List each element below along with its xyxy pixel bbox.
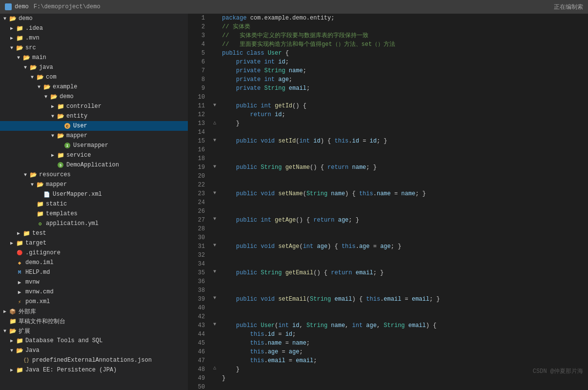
tree-icon-folder-open: 📂: [50, 93, 58, 101]
sidebar-item-com[interactable]: ▼📂com: [0, 72, 188, 82]
code-line: [222, 154, 583, 163]
sidebar-item-resources[interactable]: ▼📂resources: [0, 170, 188, 180]
tree-label: mapper: [46, 181, 188, 188]
sidebar-item-demo-root[interactable]: ▼📂demo: [0, 14, 188, 23]
fold-button: [210, 259, 220, 267]
main-layout: ▼📂demo▶📁.idea▶📁.mvn▼📂src▼📂main▼📂java▼📂co…: [0, 14, 588, 390]
tree-icon-folder: 📁: [36, 210, 44, 218]
sidebar-item-scratch[interactable]: 📁草稿文件和控制台: [0, 316, 188, 326]
line-number: 4: [188, 40, 210, 49]
fold-button[interactable]: ▼: [210, 189, 220, 198]
line-number: 28: [188, 225, 210, 233]
code-content[interactable]: package com.example.demo.entity;// 实体类//…: [220, 14, 588, 390]
fold-button[interactable]: ▼: [210, 101, 220, 110]
tree-icon-interface: I: [63, 142, 71, 149]
code-line: this.email = email;: [222, 356, 583, 365]
tree-label: demo: [19, 15, 188, 22]
fold-button: [210, 372, 220, 381]
sidebar-item-idea[interactable]: ▶📁.idea: [0, 23, 188, 33]
sidebar-item-target[interactable]: ▶📁target: [0, 238, 188, 248]
tree-arrow: ▶: [8, 35, 16, 41]
fold-button: [210, 355, 220, 364]
sidebar-item-java[interactable]: ▼📂java: [0, 62, 188, 72]
line-number: 10: [188, 93, 210, 102]
sidebar-item-mapper-res[interactable]: ▼📂mapper: [0, 180, 188, 189]
sidebar-item-pom-xml[interactable]: ⚡pom.xml: [0, 297, 188, 307]
sidebar-item-test[interactable]: ▶📁test: [0, 228, 188, 238]
code-line: [222, 304, 583, 312]
code-line: [222, 286, 583, 295]
sidebar-item-controller[interactable]: ▶📁controller: [0, 102, 188, 111]
sidebar-item-mvnw[interactable]: ▶mvnw: [0, 277, 188, 287]
fold-button[interactable]: ▼: [210, 241, 220, 250]
tree-icon-folder: 📁: [16, 337, 23, 345]
sidebar-item-src[interactable]: ▼📂src: [0, 43, 188, 53]
sidebar-item-gitignore[interactable]: 🔴.gitignore: [0, 248, 188, 258]
tree-label: templates: [46, 210, 188, 217]
fold-button[interactable]: △: [210, 119, 220, 127]
sidebar-item-help-md[interactable]: MHELP.md: [0, 267, 188, 277]
tree-icon-folder: 📁: [16, 24, 23, 32]
fold-button: [210, 337, 220, 346]
sidebar-item-demo-pkg[interactable]: ▼📂demo: [0, 92, 188, 102]
sidebar-item-application-yml[interactable]: ⚙application.yml: [0, 219, 188, 228]
sidebar-item-example[interactable]: ▼📂example: [0, 82, 188, 92]
fold-button: [210, 127, 220, 136]
code-line: public void setName(String name) { this.…: [222, 189, 583, 198]
sidebar-item-user[interactable]: CUser: [0, 121, 188, 131]
tree-arrow: ▼: [35, 84, 43, 90]
tree-label: .gitignore: [25, 249, 188, 256]
tree-icon-folder: 📁: [57, 151, 64, 159]
line-number: 18: [188, 154, 210, 163]
line-number: 9: [188, 84, 210, 93]
fold-button: [210, 75, 220, 83]
fold-button[interactable]: ▼: [210, 215, 220, 224]
sidebar-item-main[interactable]: ▼📂main: [0, 53, 188, 62]
fold-button[interactable]: △: [210, 364, 220, 372]
tree-label: User: [73, 123, 188, 129]
sidebar-item-predefined[interactable]: {}predefinedExternalAnnotations.json: [0, 355, 188, 365]
line-number: 2: [188, 22, 210, 31]
code-line: public User(int id, String name, int age…: [222, 321, 583, 330]
sidebar-item-javaee[interactable]: ▶📁Java EE: Persistence (JPA): [0, 365, 188, 375]
tree-icon-folder: 📁: [22, 229, 30, 237]
sidebar-item-db-tools[interactable]: ▶📁Database Tools and SQL: [0, 336, 188, 346]
tree-arrow: ▶: [8, 25, 16, 31]
line-number: 47: [188, 356, 210, 365]
sidebar-item-java-ext[interactable]: ▼📂Java: [0, 346, 188, 355]
sidebar-item-mvnw-cmd[interactable]: ▶mvnw.cmd: [0, 287, 188, 297]
line-number: 45: [188, 339, 210, 348]
sidebar-item-demoapplication[interactable]: SDemoApplication: [0, 160, 188, 170]
tree-icon-folder-open: 📂: [16, 347, 23, 354]
tree-icon-class: C: [63, 122, 71, 130]
sidebar-item-demo-iml[interactable]: ◆demo.iml: [0, 258, 188, 267]
fold-button: [210, 83, 220, 92]
tree-icon-folder: 📁: [16, 366, 23, 374]
sidebar-item-usermapper-xml[interactable]: 📄UserMapper.xml: [0, 189, 188, 199]
tree-label: demo.iml: [25, 259, 188, 266]
sidebar-item-usermapper[interactable]: IUsermapper: [0, 141, 188, 150]
fold-button[interactable]: ▼: [210, 267, 220, 276]
fold-button[interactable]: ▼: [210, 320, 220, 329]
sidebar-item-external-libs[interactable]: ▶📦外部库: [0, 307, 188, 316]
sidebar-item-static[interactable]: 📁static: [0, 199, 188, 209]
line-number: 22: [188, 181, 210, 189]
fold-button[interactable]: ▼: [210, 163, 220, 171]
sidebar-item-templates[interactable]: 📁templates: [0, 209, 188, 219]
tree-icon-folder: 📁: [36, 200, 44, 208]
tree-arrow: ▶: [8, 240, 16, 246]
code-editor[interactable]: 1234567891011121314151618192022232426272…: [188, 14, 588, 390]
fold-button[interactable]: ▼: [210, 136, 220, 145]
sidebar-item-mapper[interactable]: ▼📂mapper: [0, 131, 188, 141]
sidebar-item-mvn[interactable]: ▶📁.mvn: [0, 33, 188, 43]
sidebar-item-service[interactable]: ▶📁service: [0, 150, 188, 160]
code-line: }: [222, 365, 583, 374]
sidebar-item-entity[interactable]: ▼📂entity: [0, 111, 188, 121]
tree-label: .idea: [25, 25, 188, 32]
sidebar-item-extensions[interactable]: ▼📂扩展: [0, 326, 188, 336]
fold-button[interactable]: ▼: [210, 294, 220, 303]
fold-button: [210, 346, 220, 355]
code-line: private int age;: [222, 75, 583, 84]
tree-arrow: ▼: [42, 94, 50, 100]
tree-arrow: ▶: [15, 230, 22, 236]
